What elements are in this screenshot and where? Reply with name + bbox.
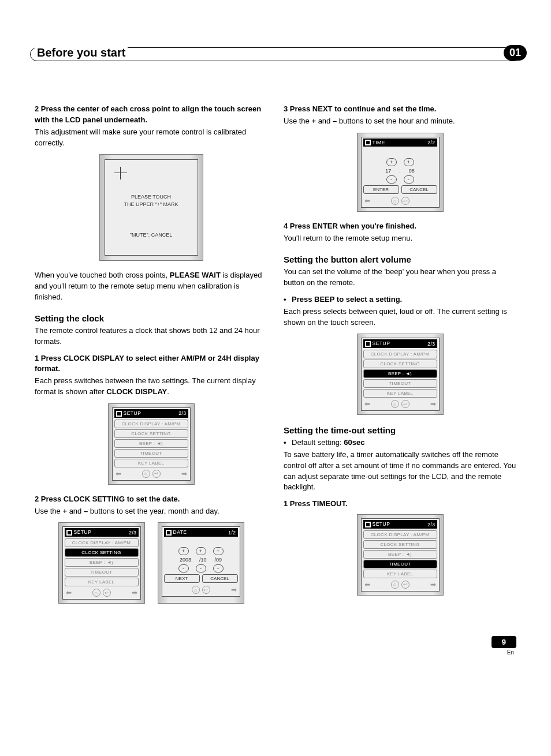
date-minus-row: - - -: [164, 564, 238, 572]
home-icon[interactable]: ⌂: [142, 470, 150, 478]
cs2-a: Use the: [35, 507, 62, 515]
back-icon[interactable]: ↩: [401, 581, 409, 589]
setup-date-figures: SETUP 2/3 CLOCK DISPLAY : AM/PM CLOCK SE…: [35, 522, 267, 604]
clock-heading: Setting the clock: [35, 313, 267, 323]
time-title-bar: TIME 2/2: [363, 139, 437, 147]
arrow-left-icon[interactable]: ⬅: [116, 470, 121, 478]
cancel-button[interactable]: CANCEL: [401, 185, 437, 194]
s3c: buttons to set the hour and minute.: [337, 117, 455, 125]
enter-button[interactable]: ENTER: [363, 185, 399, 194]
home-icon[interactable]: ⌂: [391, 581, 399, 589]
setup-lcd-2: SETUP 2/3 CLOCK DISPLAY : AM/PM CLOCK SE…: [58, 522, 145, 604]
timeout-bullet-b: 60sec: [344, 438, 364, 447]
date-values: 2003 /10 /09: [164, 557, 238, 563]
menu-clock-setting-4[interactable]: CLOCK SETTING: [363, 540, 437, 549]
lcd-title-bar-3: SETUP 2/3: [363, 339, 437, 348]
volume-body2: Each press selects between quiet, loud o…: [284, 306, 516, 328]
setup-icon: [365, 140, 371, 145]
plus-sign-r: +: [311, 117, 316, 125]
home-icon[interactable]: ⌂: [391, 197, 399, 205]
arrow-right-icon[interactable]: ➡: [132, 589, 137, 597]
setup-icon: [365, 341, 371, 347]
speaker-icon: ◄): [157, 441, 163, 446]
step-2-body: This adjustment will make sure your remo…: [35, 127, 267, 149]
menu-beep-3[interactable]: BEEP : ◄): [363, 369, 437, 378]
year-plus-button[interactable]: +: [178, 547, 189, 555]
menu-key-label-4[interactable]: KEY LABEL: [363, 570, 437, 578]
menu-clock-setting-3[interactable]: CLOCK SETTING: [363, 360, 437, 368]
menu-timeout[interactable]: TIMEOUT: [114, 449, 188, 458]
setup-lcd-beep-figure: SETUP 2/3 CLOCK DISPLAY : AM/PM CLOCK SE…: [284, 334, 516, 415]
arrow-right-icon[interactable]: ➡: [430, 400, 436, 408]
month-plus-button[interactable]: +: [196, 547, 206, 555]
time-title: TIME: [373, 140, 385, 145]
lcd-title-bar: SETUP 2/3: [114, 409, 188, 418]
arrow-right-icon[interactable]: ➡: [430, 581, 436, 589]
lcd-footer: ⬅ ⌂ ↩ ➡: [114, 469, 188, 478]
day-plus-button[interactable]: +: [213, 547, 224, 555]
lcd-title-bar-4: SETUP 2/3: [363, 520, 437, 529]
calib-line1: PLEASE TOUCH: [131, 194, 171, 200]
step-4-title: 4 Press ENTER when you're finished.: [284, 221, 516, 232]
lcd-title-bar-2: SETUP 2/3: [65, 528, 139, 537]
speaker-icon: ◄): [405, 371, 412, 376]
setup-lcd-beep: SETUP 2/3 CLOCK DISPLAY : AM/PM CLOCK SE…: [357, 334, 444, 415]
arrow-left-icon[interactable]: ⬅: [364, 400, 370, 408]
menu-clock-setting-2[interactable]: CLOCK SETTING: [65, 548, 139, 557]
arrow-right-icon[interactable]: ➡: [231, 586, 237, 594]
menu-timeout-4[interactable]: TIMEOUT: [363, 560, 437, 568]
lcd-title: SETUP: [124, 410, 142, 416]
month-value: /10: [199, 557, 207, 563]
next-button[interactable]: NEXT: [164, 574, 200, 583]
timeout-heading: Setting the time-out setting: [284, 425, 516, 435]
calibration-figure: PLEASE TOUCH THE UPPER "+" MARK "MUTE": …: [35, 154, 267, 261]
home-icon[interactable]: ⌂: [192, 586, 200, 594]
menu-beep[interactable]: BEEP : ◄): [114, 439, 188, 448]
menu-timeout-3[interactable]: TIMEOUT: [363, 379, 437, 388]
lcd-page-3: 2/3: [427, 341, 435, 347]
chapter-badge: 01: [504, 45, 527, 61]
timeout-step1: 1 Press TIMEOUT.: [284, 499, 516, 510]
arrow-left-icon[interactable]: ⬅: [364, 197, 370, 205]
day-minus-button[interactable]: -: [213, 564, 224, 572]
bullet-icon: •: [284, 437, 286, 448]
cancel-button[interactable]: CANCEL: [202, 574, 238, 583]
back-icon[interactable]: ↩: [152, 470, 161, 478]
page-number: 9: [492, 636, 516, 648]
menu-clock-display-3[interactable]: CLOCK DISPLAY : AM/PM: [363, 350, 437, 358]
home-icon[interactable]: ⌂: [92, 589, 100, 597]
home-icon[interactable]: ⌂: [391, 400, 399, 408]
back-icon[interactable]: ↩: [103, 589, 111, 597]
after-calib-a: When you've touched both cross points,: [35, 271, 170, 279]
menu-key-label-2[interactable]: KEY LABEL: [65, 578, 139, 586]
hour-minus-button[interactable]: -: [386, 175, 397, 184]
time-btn-row: ENTER CANCEL: [363, 185, 437, 194]
back-icon[interactable]: ↩: [401, 197, 409, 205]
lcd-page-2: 2/3: [129, 530, 136, 536]
menu-timeout-2[interactable]: TIMEOUT: [65, 568, 139, 577]
back-icon[interactable]: ↩: [202, 586, 210, 594]
clock-step1-title: 1 Press CLOCK DISPLAY to select either A…: [35, 353, 267, 375]
menu-beep-2[interactable]: BEEP : ◄): [65, 558, 139, 567]
setup-icon: [116, 411, 122, 417]
lcd-page: 2/3: [178, 410, 186, 416]
back-icon[interactable]: ↩: [401, 400, 409, 408]
menu-clock-display-2[interactable]: CLOCK DISPLAY : AM/PM: [65, 538, 139, 547]
menu-beep-4[interactable]: BEEP : ◄): [363, 550, 437, 559]
time-lcd-figure: TIME 2/2 + + 17 : 08: [284, 133, 516, 212]
arrow-left-icon[interactable]: ⬅: [364, 581, 370, 589]
clock-step2-title: 2 Press CLOCK SETTING to set the date.: [35, 494, 267, 505]
minute-minus-button[interactable]: -: [404, 175, 414, 184]
menu-clock-setting[interactable]: CLOCK SETTING: [114, 429, 188, 438]
menu-key-label-3[interactable]: KEY LABEL: [363, 389, 437, 398]
minute-plus-button[interactable]: +: [404, 158, 414, 166]
menu-clock-display-4[interactable]: CLOCK DISPLAY : AM/PM: [363, 530, 437, 539]
month-minus-button[interactable]: -: [196, 564, 206, 572]
arrow-right-icon[interactable]: ➡: [181, 470, 187, 478]
menu-key-label[interactable]: KEY LABEL: [114, 459, 188, 467]
hour-plus-button[interactable]: +: [386, 158, 397, 166]
menu-clock-display[interactable]: CLOCK DISPLAY : AM/PM: [114, 420, 188, 428]
year-value: 2003: [180, 557, 191, 563]
arrow-left-icon[interactable]: ⬅: [66, 589, 72, 597]
year-minus-button[interactable]: -: [178, 564, 189, 572]
